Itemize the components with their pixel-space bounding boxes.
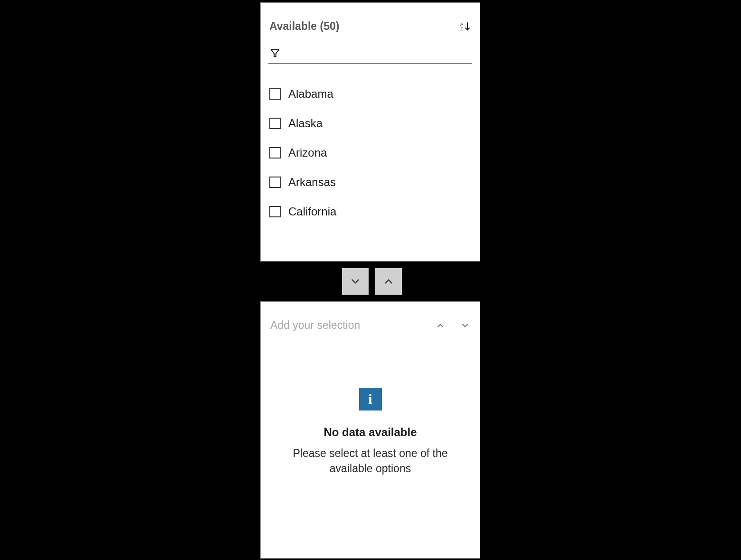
chevron-up-icon [436, 321, 445, 330]
svg-text:A: A [460, 22, 463, 27]
list-item[interactable]: Arkansas [268, 168, 472, 197]
selection-panel: Add your selection i No data available P… [260, 301, 480, 559]
svg-marker-3 [271, 50, 279, 57]
list-item-label: California [288, 205, 336, 218]
list-item-label: Alaska [288, 117, 323, 130]
chevron-down-icon [349, 275, 361, 288]
checkbox[interactable] [269, 206, 281, 217]
selection-header: Add your selection [270, 319, 470, 332]
available-header: Available (50) A Z [268, 20, 472, 34]
list-item-label: Arizona [288, 146, 327, 159]
selection-reorder-controls [435, 320, 470, 331]
sort-az-button[interactable]: A Z [459, 20, 471, 33]
checkbox[interactable] [269, 147, 281, 159]
available-list: Alabama Alaska Arizona Arkansas Californ… [268, 80, 472, 227]
selection-title: Add your selection [270, 319, 360, 332]
reorder-up-button[interactable] [435, 320, 446, 331]
chevron-down-icon [460, 321, 470, 330]
available-title: Available (50) [269, 20, 339, 33]
sort-az-icon: A Z [459, 21, 471, 32]
filter-row [268, 44, 472, 64]
list-item[interactable]: Arizona [268, 139, 472, 168]
list-item[interactable]: Alabama [268, 80, 472, 109]
reorder-down-button[interactable] [460, 320, 470, 331]
available-panel: Available (50) A Z Alabama [260, 2, 480, 261]
list-item[interactable]: Alaska [268, 109, 472, 139]
move-down-button[interactable] [342, 268, 369, 295]
list-item[interactable]: California [268, 197, 472, 227]
filter-input[interactable] [286, 47, 471, 59]
filter-icon[interactable] [269, 47, 281, 59]
empty-state-heading: No data available [323, 426, 417, 439]
transfer-buttons [342, 268, 402, 295]
svg-text:Z: Z [460, 27, 463, 31]
info-icon: i [359, 388, 382, 411]
chevron-up-icon [382, 275, 395, 288]
empty-state-message: Please select at least one of the availa… [285, 446, 456, 476]
checkbox[interactable] [269, 118, 281, 129]
move-up-button[interactable] [375, 268, 402, 295]
checkbox[interactable] [269, 88, 281, 100]
list-item-label: Arkansas [288, 176, 336, 189]
checkbox[interactable] [269, 177, 281, 188]
list-item-label: Alabama [288, 87, 333, 101]
empty-state: i No data available Please select at lea… [270, 388, 470, 476]
